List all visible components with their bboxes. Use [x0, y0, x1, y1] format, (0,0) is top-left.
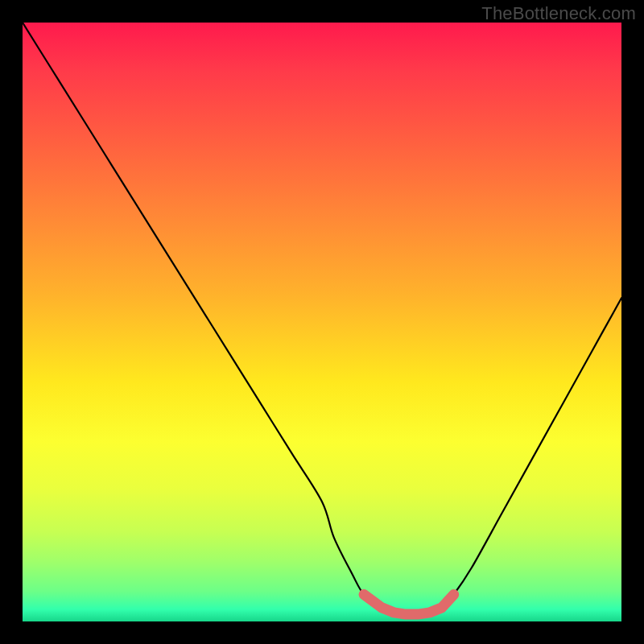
chart-gradient-area	[23, 23, 621, 621]
flat-region-marker	[364, 595, 454, 615]
bottleneck-curve-path	[23, 23, 621, 614]
bottleneck-curve-svg	[23, 23, 621, 621]
watermark-text: TheBottleneck.com	[481, 3, 636, 24]
